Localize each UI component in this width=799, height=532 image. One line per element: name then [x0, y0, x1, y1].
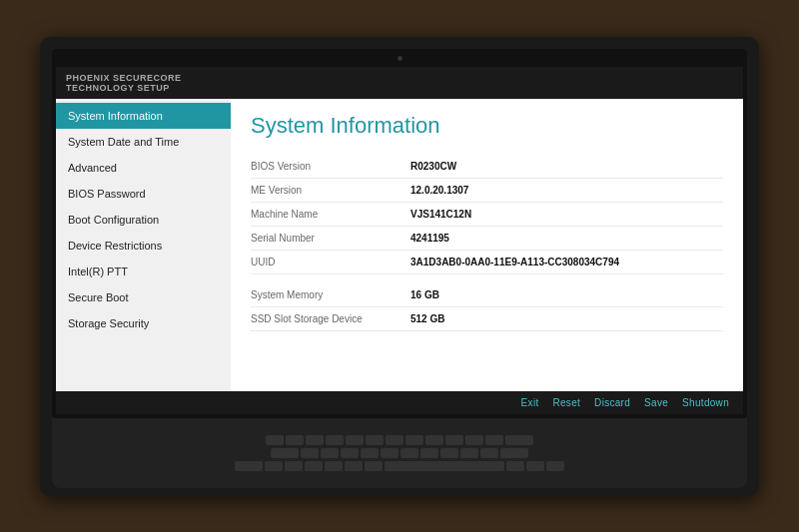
key	[346, 435, 364, 445]
screen-bezel: PHOENIX SECURECORE TECHNOLOGY SETUP Syst…	[52, 49, 747, 418]
label-me-version: ME Version	[251, 178, 410, 202]
key	[305, 461, 323, 471]
value-machine-name: VJS141C12N	[410, 202, 723, 226]
key-row-1	[60, 435, 739, 445]
spacebar-key	[385, 461, 504, 471]
key	[266, 435, 284, 445]
key	[271, 448, 299, 458]
keyboard-rows	[60, 435, 739, 471]
bios-sidebar: System Information System Date and Time …	[56, 99, 231, 391]
key	[445, 435, 463, 445]
key	[381, 448, 399, 458]
key	[325, 461, 343, 471]
content-title: System Information	[251, 113, 723, 139]
key	[366, 435, 384, 445]
key	[485, 435, 503, 445]
key	[365, 461, 383, 471]
sidebar-item-system-date-time[interactable]: System Date and Time	[56, 129, 231, 155]
key	[440, 448, 458, 458]
value-me-version: 12.0.20.1307	[410, 178, 723, 202]
sidebar-item-secure-boot[interactable]: Secure Boot	[56, 284, 231, 310]
table-row: Machine Name VJS141C12N	[251, 202, 723, 226]
key	[405, 435, 423, 445]
key	[285, 461, 303, 471]
value-ssd-slot: 512 GB	[410, 307, 723, 331]
label-serial-number: Serial Number	[251, 226, 410, 250]
key	[480, 448, 498, 458]
bios-header: PHOENIX SECURECORE TECHNOLOGY SETUP	[56, 67, 743, 99]
value-serial-number: 4241195	[410, 226, 723, 250]
key	[265, 461, 283, 471]
value-uuid: 3A1D3AB0-0AA0-11E9-A113-CC308034C794	[410, 250, 723, 273]
key	[420, 448, 438, 458]
key	[465, 435, 483, 445]
key-row-2	[60, 448, 739, 458]
bios-screen: PHOENIX SECURECORE TECHNOLOGY SETUP Syst…	[56, 67, 743, 414]
value-bios-version: R0230CW	[410, 155, 723, 179]
key-row-3	[60, 461, 739, 471]
label-uuid: UUID	[251, 250, 410, 273]
label-system-memory: System Memory	[251, 283, 410, 307]
bios-body: System Information System Date and Time …	[56, 99, 743, 391]
table-row: UUID 3A1D3AB0-0AA0-11E9-A113-CC308034C79…	[251, 250, 723, 273]
key	[306, 435, 324, 445]
key	[326, 435, 344, 445]
reset-button[interactable]: Reset	[552, 397, 580, 408]
shutdown-button[interactable]: Shutdown	[682, 397, 729, 408]
sidebar-item-system-information[interactable]: System Information	[56, 103, 231, 129]
table-row: SSD Slot Storage Device 512 GB	[251, 307, 723, 331]
key	[460, 448, 478, 458]
sidebar-item-device-restrictions[interactable]: Device Restrictions	[56, 233, 231, 259]
table-row: BIOS Version R0230CW	[251, 155, 723, 179]
table-row-spacer	[251, 273, 723, 283]
label-ssd-slot: SSD Slot Storage Device	[251, 307, 410, 331]
key	[235, 461, 263, 471]
key	[500, 448, 528, 458]
sidebar-item-advanced[interactable]: Advanced	[56, 155, 231, 181]
key	[505, 435, 533, 445]
key	[286, 435, 304, 445]
keyboard-area	[52, 418, 747, 488]
key	[321, 448, 339, 458]
bios-content: System Information BIOS Version R0230CW …	[231, 99, 743, 391]
sidebar-item-bios-password[interactable]: BIOS Password	[56, 181, 231, 207]
key	[345, 461, 363, 471]
key	[546, 461, 564, 471]
save-button[interactable]: Save	[644, 397, 668, 408]
key	[301, 448, 319, 458]
sidebar-item-boot-configuration[interactable]: Boot Configuration	[56, 207, 231, 233]
table-row: System Memory 16 GB	[251, 283, 723, 307]
laptop-frame: PHOENIX SECURECORE TECHNOLOGY SETUP Syst…	[40, 37, 759, 496]
info-table: BIOS Version R0230CW ME Version 12.0.20.…	[251, 155, 723, 332]
bios-vendor-label: PHOENIX SECURECORE TECHNOLOGY SETUP	[66, 73, 182, 93]
label-machine-name: Machine Name	[251, 202, 410, 226]
label-bios-version: BIOS Version	[251, 155, 410, 179]
key	[506, 461, 524, 471]
bios-footer: Exit Reset Discard Save Shutdown	[56, 391, 743, 414]
value-system-memory: 16 GB	[410, 283, 723, 307]
key	[526, 461, 544, 471]
exit-button[interactable]: Exit	[521, 397, 539, 408]
table-row: Serial Number 4241195	[251, 226, 723, 250]
sidebar-item-intel-ptt[interactable]: Intel(R) PTT	[56, 259, 231, 284]
key	[341, 448, 359, 458]
camera-dot	[398, 56, 402, 61]
key	[400, 448, 418, 458]
camera-bar	[56, 53, 743, 65]
key	[361, 448, 379, 458]
key	[425, 435, 443, 445]
discard-button[interactable]: Discard	[594, 397, 630, 408]
key	[386, 435, 403, 445]
table-row: ME Version 12.0.20.1307	[251, 178, 723, 202]
sidebar-item-storage-security[interactable]: Storage Security	[56, 310, 231, 336]
